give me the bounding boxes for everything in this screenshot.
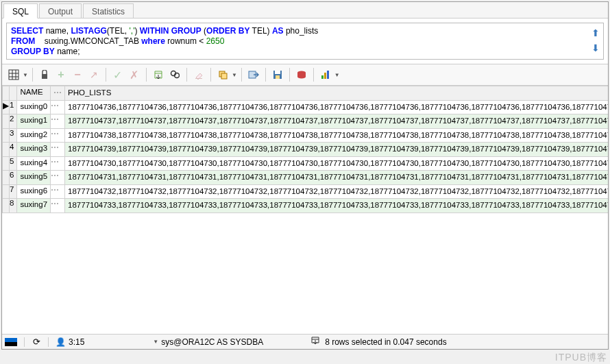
cell-pho-lists[interactable]: 18777104731,18777104731,18777104731,1877… [65,171,608,185]
row-number: 5 [10,156,17,171]
svg-rect-13 [275,71,280,74]
tab-statistics[interactable]: Statistics [83,3,134,18]
cell-ellipsis[interactable]: ⋯ [51,171,65,185]
cell-name[interactable]: suxing7 [17,199,51,213]
chart-icon[interactable] [318,67,333,82]
cell-pho-lists[interactable]: 18777104739,18777104739,18777104739,1877… [65,143,608,157]
cell-ellipsis[interactable]: ⋯ [51,128,65,143]
table-row[interactable]: 6suxing5⋯18777104731,18777104731,1877710… [3,171,609,185]
kw-groupby: GROUP BY [11,47,55,56]
col-marker-header[interactable] [3,86,10,101]
refresh-icon[interactable]: ⟳ [29,335,44,350]
result-summary: 8 rows selected in 0.047 seconds [325,337,446,347]
cell-name[interactable]: suxing5 [17,171,51,185]
status-indicator-icon [5,338,17,346]
cell-name[interactable]: suxing4 [17,156,51,171]
cell-pho-lists[interactable]: 18777104736,18777104736,18777104736,1877… [65,100,608,114]
svg-rect-14 [276,75,280,79]
cell-name[interactable]: suxing6 [17,184,51,199]
row-number: 4 [10,143,17,157]
cell-name[interactable]: suxing3 [17,143,51,157]
person-icon: 👤 [56,337,66,347]
cell-ellipsis[interactable]: ⋯ [51,100,65,114]
copy-icon[interactable] [215,67,230,82]
clear-icon[interactable] [191,67,206,82]
row-number: 2 [10,114,17,129]
undo-delete-icon[interactable]: ↗ [86,67,101,82]
col-pho-header[interactable]: PHO_LISTS [65,86,608,101]
row-marker[interactable] [3,199,10,213]
table-row[interactable]: 2suxing1⋯18777104737,18777104737,1877710… [3,114,609,129]
cell-ellipsis[interactable]: ⋯ [51,114,65,129]
cell-name[interactable]: suxing1 [17,114,51,129]
tab-sql[interactable]: SQL [3,3,38,19]
results-grid-wrap: NAME ⋯ PHO_LISTS ⋯ ▶1suxing0⋯18777104736… [2,86,608,334]
svg-rect-5 [42,74,47,79]
watermark: ITPUB博客 [555,352,607,364]
sql-editor[interactable]: SELECT name, LISTAGG(TEL, ',') WITHIN GR… [6,23,604,60]
kw-from: FROM [11,36,35,46]
cell-ellipsis[interactable]: ⋯ [51,143,65,157]
row-marker[interactable] [3,128,10,143]
row-marker[interactable] [3,171,10,185]
table-row[interactable]: 3suxing2⋯18777104738,18777104738,1877710… [3,128,609,143]
fn-listagg: LISTAGG [71,26,106,36]
cell-pho-lists[interactable]: 18777104732,18777104732,18777104732,1877… [65,184,608,199]
table-row[interactable]: 8suxing7⋯18777104733,18777104733,1877710… [3,199,609,213]
svg-rect-20 [327,71,329,79]
svg-rect-19 [324,73,326,79]
fetch-result-icon [311,337,321,347]
dropdown-icon[interactable]: ▼ [153,339,158,345]
cell-pho-lists[interactable]: 18777104733,18777104733,18777104733,1877… [65,199,608,213]
svg-rect-8 [195,78,202,79]
editor-tabs: SQL Output Statistics [2,2,608,19]
cell-pho-lists[interactable]: 18777104730,18777104730,18777104730,1877… [65,156,608,171]
table-row[interactable]: 5suxing4⋯18777104730,18777104730,1877710… [3,156,609,171]
export-icon[interactable] [246,67,261,82]
svg-rect-18 [321,75,324,79]
print-icon[interactable] [294,67,309,82]
rollback-icon[interactable]: ✗ [127,67,142,82]
row-marker[interactable] [3,143,10,157]
row-number: 3 [10,128,17,143]
row-marker[interactable]: ▶ [3,100,10,114]
row-number: 7 [10,184,17,199]
minus-icon[interactable]: − [70,67,85,82]
row-marker[interactable] [3,156,10,171]
svg-rect-10 [221,73,227,79]
col-rownum-header[interactable] [10,86,17,101]
row-number: 8 [10,199,17,213]
cell-name[interactable]: suxing2 [17,128,51,143]
row-number: 1 [10,100,17,114]
table-row[interactable]: ▶1suxing0⋯18777104736,18777104736,187771… [3,100,609,114]
cell-ellipsis[interactable]: ⋯ [51,184,65,199]
lock-icon[interactable] [37,67,52,82]
cursor-position: 3:15 [69,337,84,347]
svg-rect-17 [297,73,306,77]
plus-icon[interactable]: + [53,67,69,82]
table-row[interactable]: 4suxing3⋯18777104739,18777104739,1877710… [3,143,609,157]
find-icon[interactable] [167,67,182,82]
status-bar: ⟳ 👤 3:15 ▼ sys@ORA12C AS SYSDBA 8 rows s… [2,334,608,349]
scroll-up-icon[interactable]: ⬆ [591,29,600,38]
kw-select: SELECT [11,26,43,36]
row-marker[interactable] [3,114,10,129]
table-row[interactable]: 7suxing6⋯18777104732,18777104732,1877710… [3,184,609,199]
cell-ellipsis[interactable]: ⋯ [51,199,65,213]
col-name-header[interactable]: NAME [17,86,51,101]
cell-pho-lists[interactable]: 18777104738,18777104738,18777104738,1877… [65,128,608,143]
cell-ellipsis[interactable]: ⋯ [51,156,65,171]
results-grid: NAME ⋯ PHO_LISTS ⋯ ▶1suxing0⋯18777104736… [2,86,608,213]
scroll-down-icon[interactable]: ⬇ [591,44,600,53]
col-ell1-header[interactable]: ⋯ [51,86,65,101]
cell-name[interactable]: suxing0 [17,100,51,114]
header-row: NAME ⋯ PHO_LISTS ⋯ [3,86,609,101]
commit-icon[interactable]: ✓ [110,67,125,82]
connection-label: sys@ORA12C AS SYSDBA [161,337,263,347]
tab-output[interactable]: Output [39,3,82,18]
save-icon[interactable] [270,67,285,82]
cell-pho-lists[interactable]: 18777104737,18777104737,18777104737,1877… [65,114,608,129]
row-marker[interactable] [3,184,10,199]
row-number: 6 [10,171,17,185]
fetch-icon[interactable] [151,67,166,82]
